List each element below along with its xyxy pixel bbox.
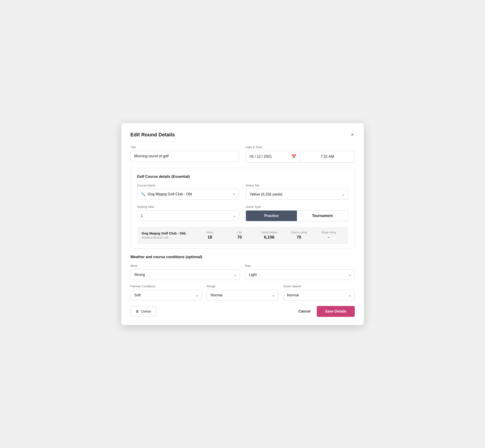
time-value: 7:31 AM: [321, 155, 334, 159]
title-label: Title: [130, 145, 240, 149]
green-speed-label: Green Speed: [283, 285, 355, 288]
date-time-group: 05 / 12 / 2021 📅 7:31 AM: [246, 151, 355, 162]
fairway-label: Fairway Conditions: [130, 285, 202, 288]
hole-gametype-row: Starting Hole 1 ⌄ Game Type Practice Tou…: [137, 205, 348, 221]
wind-field: Wind Strong ⌄: [130, 264, 240, 280]
course-name-label: Course Name: [137, 184, 240, 187]
fairway-wrap: Soft ⌄: [130, 290, 202, 301]
slope-rating-label: Slope rating: [321, 231, 336, 234]
yards-stat: Yards(Yellow) 6,156: [254, 231, 284, 240]
holes-value: 18: [208, 235, 212, 240]
course-rating-stat: Course rating 70: [284, 231, 314, 240]
rough-wrap: Normal ⌄: [207, 290, 278, 301]
course-rating-value: 70: [297, 235, 301, 240]
game-type-toggle: Practice Tournament: [246, 210, 348, 221]
game-type-field: Game Type Practice Tournament: [246, 205, 348, 221]
course-search-input[interactable]: [148, 192, 233, 196]
cancel-button[interactable]: Cancel: [299, 309, 310, 313]
rain-input[interactable]: Light: [245, 269, 355, 280]
select-tee-wrap: Yellow (6,156 yards) ⌄: [246, 189, 348, 200]
slope-rating-value: -: [328, 235, 329, 240]
rain-label: Rain: [245, 264, 355, 267]
select-tee-label: Select Tee: [246, 184, 348, 187]
rain-field: Rain Light ⌄: [245, 264, 355, 280]
title-input[interactable]: [130, 151, 240, 162]
weather-title: Weather and course conditions (optional): [130, 255, 355, 259]
rough-field: Rough Normal ⌄: [207, 285, 278, 301]
select-tee-field: Select Tee Yellow (6,156 yards) ⌄: [246, 184, 348, 200]
holes-label: Holes: [206, 231, 213, 234]
title-field: Title: [130, 145, 240, 162]
modal-header: Edit Round Details ×: [130, 131, 355, 138]
edit-round-modal: Edit Round Details × Title Date & Time 0…: [121, 123, 364, 325]
starting-hole-field: Starting Hole 1 ⌄: [137, 205, 240, 221]
date-value: 05 / 12 / 2021: [250, 155, 272, 159]
rain-wrap: Light ⌄: [245, 269, 355, 280]
title-datetime-row: Title Date & Time 05 / 12 / 2021 📅 7:31 …: [130, 145, 355, 162]
starting-hole-wrap: 1 ⌄: [137, 210, 240, 221]
course-info-name-text: Gog Magog Golf Club - Old,: [142, 231, 195, 235]
par-value: 70: [237, 235, 242, 240]
green-speed-wrap: Normal ⌄: [283, 290, 355, 301]
date-input[interactable]: 05 / 12 / 2021 📅: [246, 151, 300, 162]
date-time-field: Date & Time 05 / 12 / 2021 📅 7:31 AM: [246, 145, 355, 162]
rough-label: Rough: [207, 285, 278, 288]
par-label: Par: [237, 231, 242, 234]
course-rating-label: Course rating: [291, 231, 307, 234]
holes-stat: Holes 18: [195, 231, 225, 240]
course-info-location: Shelford Bottom, UK: [142, 236, 195, 239]
course-name-field: Course Name 🔍 ✕: [137, 184, 240, 200]
footer-row: 🗑 Delete Cancel Save Details: [130, 306, 355, 317]
practice-button[interactable]: Practice: [246, 211, 297, 221]
time-input[interactable]: 7:31 AM: [300, 151, 355, 162]
yards-label: Yards(Yellow): [261, 231, 278, 234]
wind-label: Wind: [130, 264, 240, 267]
golf-course-section: Golf Course details (Essential) Course N…: [130, 168, 355, 248]
fairway-field: Fairway Conditions Soft ⌄: [130, 285, 202, 301]
golf-course-title: Golf Course details (Essential): [137, 175, 348, 179]
save-button[interactable]: Save Details: [317, 306, 355, 317]
wind-input[interactable]: Strong: [130, 269, 240, 280]
date-time-label: Date & Time: [246, 145, 355, 149]
rough-input[interactable]: Normal: [207, 290, 278, 301]
modal-title: Edit Round Details: [130, 132, 175, 138]
starting-hole-label: Starting Hole: [137, 205, 240, 208]
clear-icon[interactable]: ✕: [233, 192, 235, 196]
calendar-icon: 📅: [291, 154, 296, 159]
delete-label: Delete: [141, 309, 151, 313]
yards-value: 6,156: [264, 235, 274, 240]
slope-rating-stat: Slope rating -: [314, 231, 343, 240]
fairway-rough-green-row: Fairway Conditions Soft ⌄ Rough Normal ⌄: [130, 285, 355, 301]
course-tee-row: Course Name 🔍 ✕ Select Tee Yellow (6,156…: [137, 184, 348, 200]
par-stat: Par 70: [225, 231, 254, 240]
wind-wrap: Strong ⌄: [130, 269, 240, 280]
delete-button[interactable]: 🗑 Delete: [130, 306, 156, 316]
green-speed-input[interactable]: Normal: [283, 290, 355, 301]
footer-right: Cancel Save Details: [299, 306, 355, 317]
wind-rain-row: Wind Strong ⌄ Rain Light ⌄: [130, 264, 355, 280]
close-button[interactable]: ×: [350, 131, 355, 138]
weather-section: Weather and course conditions (optional)…: [130, 255, 355, 301]
green-speed-field: Green Speed Normal ⌄: [283, 285, 355, 301]
fairway-input[interactable]: Soft: [130, 290, 202, 301]
course-search-wrap[interactable]: 🔍 ✕: [137, 189, 240, 200]
starting-hole-input[interactable]: 1: [137, 210, 240, 221]
course-info-row: Gog Magog Golf Club - Old, Shelford Bott…: [137, 227, 348, 244]
trash-icon: 🗑: [136, 309, 139, 313]
game-type-label: Game Type: [246, 205, 348, 208]
tournament-button[interactable]: Tournament: [297, 211, 348, 221]
search-icon: 🔍: [141, 192, 146, 196]
select-tee-input[interactable]: Yellow (6,156 yards): [246, 189, 348, 200]
course-info-name: Gog Magog Golf Club - Old, Shelford Bott…: [142, 231, 195, 239]
